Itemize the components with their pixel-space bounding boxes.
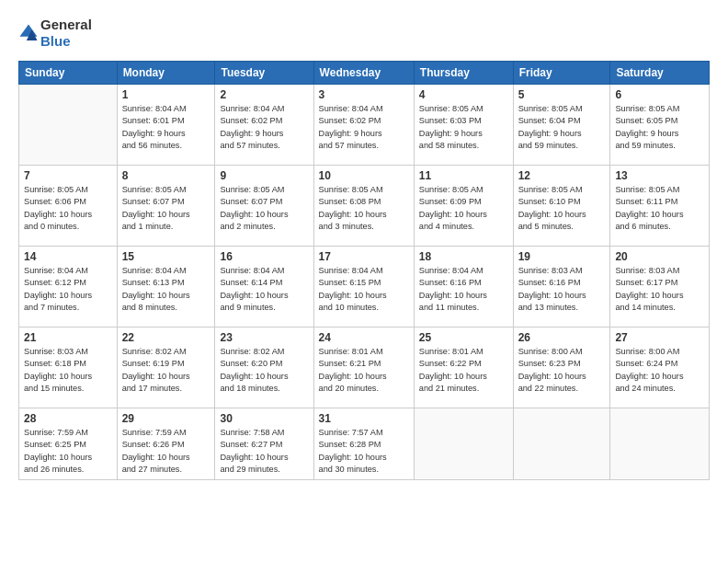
- logo-text: General: [40, 17, 92, 33]
- day-number: 5: [518, 88, 606, 101]
- calendar-cell: 1Sunrise: 8:04 AMSunset: 6:01 PMDaylight…: [117, 85, 215, 166]
- day-number: 3: [319, 88, 409, 101]
- day-info: Sunrise: 8:03 AMSunset: 6:16 PMDaylight:…: [518, 265, 606, 314]
- svg-marker-0: [19, 24, 37, 36]
- day-number: 4: [419, 88, 508, 101]
- day-info: Sunrise: 8:05 AMSunset: 6:07 PMDaylight:…: [220, 184, 308, 233]
- calendar-cell: [19, 85, 118, 166]
- calendar-cell: 22Sunrise: 8:02 AMSunset: 6:19 PMDayligh…: [117, 327, 215, 408]
- logo-blue-text: Blue: [40, 33, 92, 50]
- day-number: 25: [419, 331, 508, 344]
- day-number: 26: [518, 331, 606, 344]
- header: General Blue: [18, 17, 710, 50]
- calendar-cell: 13Sunrise: 8:05 AMSunset: 6:11 PMDayligh…: [610, 166, 710, 247]
- calendar-cell: [610, 408, 710, 480]
- logo-icon: [18, 23, 39, 43]
- weekday-header-row: SundayMondayTuesdayWednesdayThursdayFrid…: [19, 62, 710, 85]
- day-info: Sunrise: 8:05 AMSunset: 6:04 PMDaylight:…: [518, 103, 606, 152]
- day-number: 15: [122, 250, 210, 263]
- day-info: Sunrise: 8:05 AMSunset: 6:08 PMDaylight:…: [319, 184, 409, 233]
- calendar-cell: 20Sunrise: 8:03 AMSunset: 6:17 PMDayligh…: [610, 247, 710, 327]
- calendar-cell: 11Sunrise: 8:05 AMSunset: 6:09 PMDayligh…: [414, 166, 513, 247]
- weekday-header: Tuesday: [215, 62, 313, 85]
- day-info: Sunrise: 8:05 AMSunset: 6:06 PMDaylight:…: [24, 184, 112, 233]
- day-info: Sunrise: 8:04 AMSunset: 6:16 PMDaylight:…: [419, 265, 508, 314]
- calendar-cell: 28Sunrise: 7:59 AMSunset: 6:25 PMDayligh…: [19, 408, 118, 480]
- day-info: Sunrise: 8:05 AMSunset: 6:07 PMDaylight:…: [122, 184, 210, 233]
- day-info: Sunrise: 7:58 AMSunset: 6:27 PMDaylight:…: [220, 427, 308, 476]
- day-info: Sunrise: 8:05 AMSunset: 6:10 PMDaylight:…: [518, 184, 606, 233]
- day-number: 16: [220, 250, 308, 263]
- calendar-cell: 31Sunrise: 7:57 AMSunset: 6:28 PMDayligh…: [313, 408, 414, 480]
- day-info: Sunrise: 8:01 AMSunset: 6:22 PMDaylight:…: [419, 346, 508, 395]
- day-number: 9: [220, 169, 308, 182]
- calendar-cell: 21Sunrise: 8:03 AMSunset: 6:18 PMDayligh…: [19, 327, 118, 408]
- day-number: 21: [24, 331, 112, 344]
- calendar-cell: 9Sunrise: 8:05 AMSunset: 6:07 PMDaylight…: [215, 166, 313, 247]
- day-number: 12: [518, 169, 606, 182]
- day-number: 23: [220, 331, 308, 344]
- day-info: Sunrise: 8:00 AMSunset: 6:23 PMDaylight:…: [518, 346, 606, 395]
- calendar-cell: 19Sunrise: 8:03 AMSunset: 6:16 PMDayligh…: [513, 247, 610, 327]
- day-info: Sunrise: 8:04 AMSunset: 6:02 PMDaylight:…: [220, 103, 308, 152]
- day-info: Sunrise: 8:04 AMSunset: 6:14 PMDaylight:…: [220, 265, 308, 314]
- day-info: Sunrise: 8:04 AMSunset: 6:15 PMDaylight:…: [319, 265, 409, 314]
- day-info: Sunrise: 8:02 AMSunset: 6:20 PMDaylight:…: [220, 346, 308, 395]
- calendar-week-row: 7Sunrise: 8:05 AMSunset: 6:06 PMDaylight…: [19, 166, 710, 247]
- day-number: 24: [319, 331, 409, 344]
- day-number: 8: [122, 169, 210, 182]
- weekday-header: Thursday: [414, 62, 513, 85]
- weekday-header: Sunday: [19, 62, 118, 85]
- day-info: Sunrise: 8:03 AMSunset: 6:17 PMDaylight:…: [615, 265, 704, 314]
- calendar-cell: [414, 408, 513, 480]
- day-info: Sunrise: 8:05 AMSunset: 6:11 PMDaylight:…: [615, 184, 704, 233]
- calendar-cell: 29Sunrise: 7:59 AMSunset: 6:26 PMDayligh…: [117, 408, 215, 480]
- day-number: 30: [220, 412, 308, 425]
- calendar-cell: 30Sunrise: 7:58 AMSunset: 6:27 PMDayligh…: [215, 408, 313, 480]
- calendar-cell: 14Sunrise: 8:04 AMSunset: 6:12 PMDayligh…: [19, 247, 118, 327]
- day-number: 2: [220, 88, 308, 101]
- weekday-header: Monday: [117, 62, 215, 85]
- page: General Blue SundayMondayTuesdayWednesda…: [0, 0, 728, 489]
- calendar-cell: 8Sunrise: 8:05 AMSunset: 6:07 PMDaylight…: [117, 166, 215, 247]
- calendar-cell: 10Sunrise: 8:05 AMSunset: 6:08 PMDayligh…: [313, 166, 414, 247]
- day-info: Sunrise: 7:59 AMSunset: 6:26 PMDaylight:…: [122, 427, 210, 476]
- day-number: 20: [615, 250, 704, 263]
- calendar-cell: 23Sunrise: 8:02 AMSunset: 6:20 PMDayligh…: [215, 327, 313, 408]
- day-number: 11: [419, 169, 508, 182]
- day-number: 17: [319, 250, 409, 263]
- day-info: Sunrise: 8:00 AMSunset: 6:24 PMDaylight:…: [615, 346, 704, 395]
- day-number: 31: [319, 412, 409, 425]
- calendar-cell: 25Sunrise: 8:01 AMSunset: 6:22 PMDayligh…: [414, 327, 513, 408]
- calendar-cell: 12Sunrise: 8:05 AMSunset: 6:10 PMDayligh…: [513, 166, 610, 247]
- calendar-table: SundayMondayTuesdayWednesdayThursdayFrid…: [18, 61, 710, 480]
- day-info: Sunrise: 8:04 AMSunset: 6:12 PMDaylight:…: [24, 265, 112, 314]
- calendar-week-row: 21Sunrise: 8:03 AMSunset: 6:18 PMDayligh…: [19, 327, 710, 408]
- calendar-week-row: 14Sunrise: 8:04 AMSunset: 6:12 PMDayligh…: [19, 247, 710, 327]
- day-number: 7: [24, 169, 112, 182]
- calendar-cell: 15Sunrise: 8:04 AMSunset: 6:13 PMDayligh…: [117, 247, 215, 327]
- calendar-cell: 7Sunrise: 8:05 AMSunset: 6:06 PMDaylight…: [19, 166, 118, 247]
- calendar-cell: 16Sunrise: 8:04 AMSunset: 6:14 PMDayligh…: [215, 247, 313, 327]
- calendar-cell: 17Sunrise: 8:04 AMSunset: 6:15 PMDayligh…: [313, 247, 414, 327]
- calendar-cell: 26Sunrise: 8:00 AMSunset: 6:23 PMDayligh…: [513, 327, 610, 408]
- weekday-header: Wednesday: [313, 62, 414, 85]
- day-info: Sunrise: 8:01 AMSunset: 6:21 PMDaylight:…: [319, 346, 409, 395]
- calendar-week-row: 28Sunrise: 7:59 AMSunset: 6:25 PMDayligh…: [19, 408, 710, 480]
- day-number: 14: [24, 250, 112, 263]
- day-number: 19: [518, 250, 606, 263]
- day-number: 1: [122, 88, 210, 101]
- calendar-cell: 18Sunrise: 8:04 AMSunset: 6:16 PMDayligh…: [414, 247, 513, 327]
- day-info: Sunrise: 8:04 AMSunset: 6:13 PMDaylight:…: [122, 265, 210, 314]
- day-number: 10: [319, 169, 409, 182]
- day-info: Sunrise: 7:59 AMSunset: 6:25 PMDaylight:…: [24, 427, 112, 476]
- logo: General Blue: [18, 17, 92, 50]
- calendar-cell: 6Sunrise: 8:05 AMSunset: 6:05 PMDaylight…: [610, 85, 710, 166]
- weekday-header: Friday: [513, 62, 610, 85]
- day-number: 27: [615, 331, 704, 344]
- day-info: Sunrise: 8:05 AMSunset: 6:09 PMDaylight:…: [419, 184, 508, 233]
- calendar-cell: 3Sunrise: 8:04 AMSunset: 6:02 PMDaylight…: [313, 85, 414, 166]
- day-number: 29: [122, 412, 210, 425]
- day-number: 6: [615, 88, 704, 101]
- day-number: 22: [122, 331, 210, 344]
